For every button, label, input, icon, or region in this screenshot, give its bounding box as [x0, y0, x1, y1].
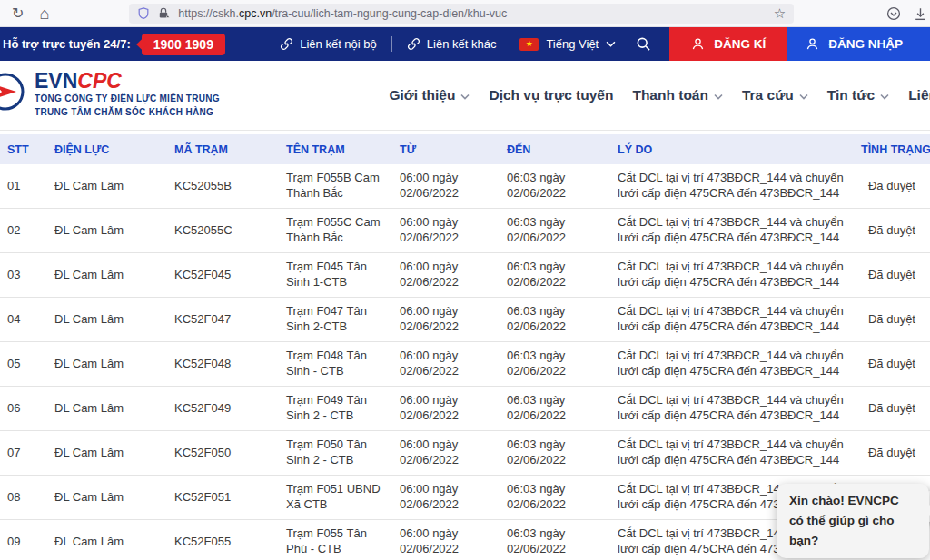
- cell-dien-luc: ĐL Cam Lâm: [47, 219, 167, 243]
- cell-tinh-trang: Đã duyệt: [854, 397, 930, 421]
- url-prefix: https://cskh.: [178, 7, 239, 20]
- browser-window: ↻ ⌂ https://cskh.cpc.vn/tra-cuu/lich-tam…: [0, 0, 930, 560]
- cell-tu: 06:00 ngày 02/06/2022: [392, 522, 500, 560]
- cell-tu: 06:00 ngày 02/06/2022: [392, 255, 500, 295]
- cell-ma-tram: KC52F048: [167, 352, 279, 377]
- cell-ma-tram: KC52F045: [167, 263, 279, 288]
- login-label: ĐĂNG NHẬP: [828, 37, 903, 51]
- cell-tinh-trang: Đã duyệt: [854, 441, 930, 466]
- download-icon[interactable]: [913, 6, 928, 22]
- home-icon[interactable]: ⌂: [39, 5, 49, 22]
- nav-item[interactable]: Tin tức: [827, 87, 889, 103]
- cell-den: 06:03 ngày 02/06/2022: [500, 300, 610, 339]
- table-row: 03 ĐL Cam Lâm KC52F045 Trạm F045 Tân Sin…: [0, 253, 930, 298]
- flag-star: ★: [526, 40, 533, 48]
- nav-item-label: Thanh toán: [632, 87, 708, 103]
- cell-stt: 07: [0, 441, 47, 466]
- shield-icon[interactable]: [137, 6, 150, 20]
- cell-den: 06:03 ngày 02/06/2022: [500, 433, 610, 473]
- refresh-icon[interactable]: ↻: [12, 6, 24, 21]
- column-header: LÝ DO: [610, 143, 854, 156]
- cell-ly-do: Cắt DCL tại vị trí 473BĐCR_144 và chuyển…: [610, 300, 854, 339]
- cell-tinh-trang: Đã duyệt: [854, 174, 930, 199]
- nav-item[interactable]: Dịch vụ trực tuyến: [489, 87, 613, 103]
- cell-dien-luc: ĐL Cam Lâm: [47, 352, 167, 377]
- search-icon: [636, 36, 651, 52]
- cell-tinh-trang: Đã duyệt: [854, 352, 930, 377]
- cell-tinh-trang: Đã duyệt: [854, 308, 930, 332]
- cell-tu: 06:00 ngày 02/06/2022: [392, 433, 500, 473]
- search-button[interactable]: [636, 36, 651, 52]
- chevron-down-icon: [606, 41, 616, 47]
- link-icon: [280, 37, 293, 51]
- evncpc-logo[interactable]: EVNCPC TỔNG CÔNG TY ĐIỆN LỰC MIỀN TRUNG …: [0, 70, 220, 119]
- language-selector[interactable]: ★ Tiếng Việt: [519, 37, 616, 51]
- login-button[interactable]: ĐĂNG NHẬP: [787, 27, 930, 61]
- cell-ly-do: Cắt DCL tại vị trí 473BĐCR_144 và chuyển…: [610, 433, 854, 473]
- cell-dien-luc: ĐL Cam Lâm: [47, 263, 167, 288]
- lock-icon[interactable]: [157, 6, 170, 20]
- logo-evn: EVN: [35, 69, 77, 93]
- external-links-label: Liên kết khác: [427, 37, 497, 51]
- cell-ten-tram: Trạm F045 Tân Sinh 1-CTB: [279, 255, 392, 295]
- site-header: EVNCPC TỔNG CÔNG TY ĐIỆN LỰC MIỀN TRUNG …: [0, 61, 930, 131]
- cell-tu: 06:00 ngày 02/06/2022: [392, 211, 500, 251]
- nav-item[interactable]: Liên: [908, 87, 930, 103]
- internal-links-button[interactable]: Liên kết nội bộ: [280, 37, 377, 51]
- cell-tu: 06:00 ngày 02/06/2022: [392, 344, 500, 384]
- chevron-down-icon: [799, 93, 808, 100]
- cell-stt: 02: [0, 219, 47, 243]
- cell-ma-tram: KC52055B: [167, 174, 279, 199]
- logo-text: EVNCPC TỔNG CÔNG TY ĐIỆN LỰC MIỀN TRUNG …: [35, 70, 220, 119]
- cell-dien-luc: ĐL Cam Lâm: [47, 174, 167, 199]
- main-nav: Giới thiệu Dịch vụ trực tuyến Thanh toán…: [389, 61, 930, 130]
- cell-ten-tram: Trạm F055B Cam Thành Bắc: [279, 166, 392, 206]
- cell-stt: 04: [0, 308, 47, 332]
- chevron-down-icon: [460, 93, 470, 100]
- nav-item-label: Tra cứu: [742, 87, 794, 103]
- chevron-down-icon: [880, 93, 889, 100]
- pocket-icon[interactable]: [886, 6, 901, 21]
- nav-item[interactable]: Thanh toán: [632, 87, 723, 103]
- url-bar[interactable]: https://cskh.cpc.vn/tra-cuu/lich-tam-ngu…: [129, 4, 794, 24]
- cell-tu: 06:00 ngày 02/06/2022: [392, 477, 500, 517]
- cell-tinh-trang: Đã duyệt: [854, 219, 930, 243]
- cell-tu: 06:00 ngày 02/06/2022: [392, 388, 500, 428]
- nav-item[interactable]: Tra cứu: [742, 87, 808, 103]
- person-icon: [691, 37, 705, 51]
- cell-stt: 03: [0, 263, 47, 288]
- cell-ten-tram: Trạm F049 Tân Sinh 2 - CTB: [279, 388, 392, 428]
- bookmark-star-icon[interactable]: ☆: [774, 6, 786, 20]
- column-header: STT: [0, 143, 47, 156]
- table-row: 05 ĐL Cam Lâm KC52F048 Trạm F048 Tân Sin…: [0, 342, 930, 387]
- column-header: TÌNH TRẠNG: [854, 143, 930, 156]
- cell-ma-tram: KC52F050: [167, 441, 279, 466]
- cell-ly-do: Cắt DCL tại vị trí 473BĐCR_144 và chuyển…: [610, 211, 854, 251]
- chat-greeting-bubble[interactable]: Xin chào! EVNCPC có thể giúp gì cho bạn?: [777, 484, 929, 558]
- url-text[interactable]: https://cskh.cpc.vn/tra-cuu/lich-tam-ngu…: [178, 7, 768, 20]
- topbar-right-group: Liên kết nội bộ Liên kết khác ★ Tiếng Vi…: [280, 27, 930, 61]
- cell-stt: 01: [0, 174, 47, 199]
- cell-dien-luc: ĐL Cam Lâm: [47, 308, 167, 332]
- external-links-button[interactable]: Liên kết khác: [407, 37, 497, 51]
- logo-cpc: CPC: [77, 69, 122, 93]
- utility-topbar: Hỗ trợ trực tuyến 24/7: 1900 1909 Liên k…: [0, 27, 930, 61]
- evn-emblem-icon: [0, 72, 25, 121]
- cell-den: 06:03 ngày 02/06/2022: [500, 166, 610, 206]
- hotline-button[interactable]: 1900 1909: [142, 34, 225, 55]
- column-header: ĐIỆN LỰC: [47, 143, 167, 156]
- register-button[interactable]: ĐĂNG KÍ: [669, 27, 787, 61]
- nav-item-label: Tin tức: [827, 87, 875, 103]
- outage-table-header: STT ĐIỆN LỰC MÃ TRẠM TÊN TRẠM TỪ ĐẾN LÝ …: [0, 134, 930, 164]
- org-name-line1: TỔNG CÔNG TY ĐIỆN LỰC MIỀN TRUNG: [35, 93, 220, 106]
- topbar-divider: [391, 36, 392, 52]
- column-header: TỪ: [392, 143, 500, 156]
- language-label: Tiếng Việt: [546, 37, 599, 51]
- cell-ma-tram: KC52F047: [167, 308, 279, 332]
- cell-dien-luc: ĐL Cam Lâm: [47, 530, 167, 555]
- nav-item[interactable]: Giới thiệu: [389, 87, 470, 103]
- url-domain: cpc.vn: [239, 7, 272, 20]
- cell-ly-do: Cắt DCL tại vị trí 473BĐCR_144 và chuyển…: [610, 388, 854, 428]
- cell-stt: 09: [0, 530, 47, 555]
- cell-tinh-trang: Đã duyệt: [854, 263, 930, 288]
